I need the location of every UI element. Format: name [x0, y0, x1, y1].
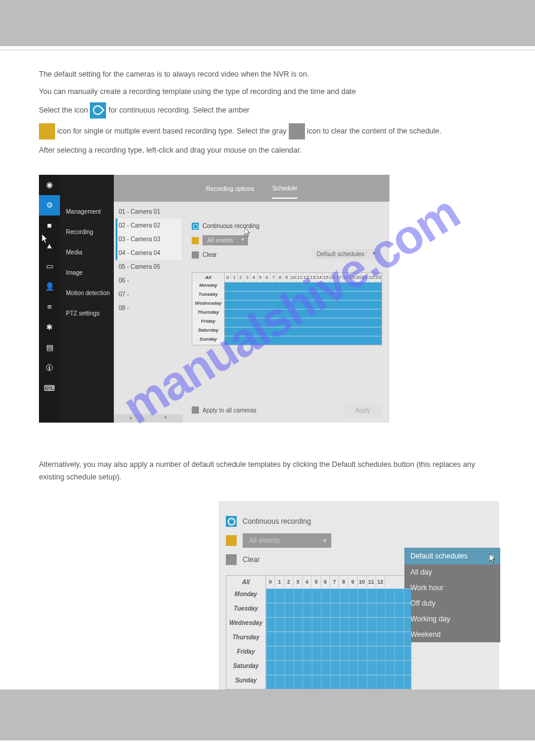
- menu-item-allday[interactable]: All day: [404, 564, 500, 580]
- storage-icon[interactable]: ≡: [39, 297, 60, 317]
- hour-12: 12: [303, 273, 310, 282]
- dropdown-menu: All day Work hour Off duty Working day W…: [404, 564, 500, 642]
- continuous-icon: [192, 223, 199, 230]
- all-label: All: [226, 576, 266, 588]
- user-icon[interactable]: 👤: [39, 277, 60, 297]
- apply-button[interactable]: Apply: [343, 404, 382, 417]
- schedule-row-thursday[interactable]: Thursday: [226, 631, 411, 646]
- schedule-row-friday[interactable]: Friday: [192, 318, 382, 327]
- hour-5: 5: [312, 576, 321, 588]
- sidebar-item-recording[interactable]: Recording: [60, 222, 114, 242]
- legend-continuous-label: Continuous recording: [243, 517, 311, 526]
- legend-clear-label: Clear: [243, 555, 260, 564]
- events-dropdown[interactable]: All events: [202, 235, 248, 245]
- menu-item-workhour[interactable]: Work hour: [404, 580, 500, 596]
- schedule-row-tuesday[interactable]: Tuesday: [226, 603, 411, 617]
- pager-prev-icon[interactable]: ▴: [129, 414, 132, 423]
- apply-all-label: Apply to all cameras: [202, 407, 256, 414]
- amber-swatch-icon: [39, 123, 55, 139]
- tab-recording-options[interactable]: Recording options: [206, 186, 255, 198]
- schedule-row-friday[interactable]: Friday: [226, 646, 411, 660]
- keyboard-icon[interactable]: ⌨: [39, 378, 60, 399]
- schedule-row-tuesday[interactable]: Tuesday: [192, 291, 382, 300]
- all-label: All: [192, 273, 225, 282]
- sidebar-item-ptz[interactable]: PTZ settings: [60, 303, 114, 324]
- schedule-row-saturday[interactable]: Saturday: [192, 327, 382, 336]
- camera-item-08[interactable]: 08 -: [116, 301, 182, 315]
- schedule-grid[interactable]: All 0 1 2 3 4 5 6 7 8 9 10 11 12 Monday …: [226, 575, 412, 690]
- dropdown-header-label: Default schedules: [410, 552, 467, 560]
- cursor-icon: [244, 227, 252, 237]
- hour-6: 6: [321, 576, 330, 588]
- camera-item-06[interactable]: 06 -: [116, 274, 182, 287]
- schedule-row-monday[interactable]: Monday: [192, 282, 382, 291]
- hour-21: 21: [362, 273, 368, 282]
- camera-icon[interactable]: ■: [39, 215, 60, 236]
- top-divider: [0, 46, 535, 50]
- sidebar-item-management[interactable]: Management: [60, 202, 114, 222]
- camera-item-01[interactable]: 01 - Camera 01: [116, 205, 182, 218]
- hour-1: 1: [231, 273, 238, 282]
- legend-continuous[interactable]: Continuous recording: [226, 512, 481, 531]
- sidebar-item-image[interactable]: Image: [60, 263, 114, 283]
- pager-next-icon[interactable]: ▾: [164, 414, 167, 423]
- icon-select-paragraph: Select the icon for continuous recording…: [39, 102, 496, 119]
- hour-10: 10: [358, 576, 367, 588]
- folder-icon[interactable]: ▤: [39, 338, 60, 358]
- camera-item-07[interactable]: 07 -: [116, 287, 182, 301]
- default-schedules-dropdown[interactable]: Default schedules: [312, 251, 380, 257]
- menu-item-workingday[interactable]: Working day: [404, 611, 500, 627]
- screenshot-default-schedules: Continuous recording All events Clear De…: [219, 501, 499, 690]
- legend-events[interactable]: All events: [192, 234, 382, 247]
- schedule-row-saturday[interactable]: Saturday: [226, 660, 411, 675]
- menu-item-weekend[interactable]: Weekend: [404, 627, 500, 642]
- camera-item-05[interactable]: 05 - Camera 05: [116, 260, 182, 274]
- hour-23: 23: [375, 273, 382, 282]
- hour-15: 15: [323, 273, 330, 282]
- schedule-row-wednesday[interactable]: Wednesday: [226, 617, 411, 631]
- schedule-row-sunday[interactable]: Sunday: [226, 675, 411, 689]
- screenshot-recording-schedule: ◉ ⚙ ■ ▲ ▭ 👤 ≡ ✱ ▤ 🛈 ⌨ Management Recordi…: [39, 175, 389, 423]
- camera-item-02[interactable]: 02 - Camera 02: [116, 218, 182, 232]
- info-icon[interactable]: 🛈: [39, 358, 60, 378]
- schedule-grid-header: All 0 1 2 3 4 5 6 7 8 9 10 11 12: [226, 576, 411, 588]
- schedule-row-monday[interactable]: Monday: [226, 588, 411, 603]
- sidebar-item-motion[interactable]: Motion detection: [60, 283, 114, 303]
- legend-continuous[interactable]: Continuous recording: [192, 220, 382, 233]
- schedule-grid[interactable]: All 0 1 2 3 4 5 6 7 8 9 10 11 12 13 14 1: [192, 272, 382, 345]
- tab-header: Recording options Schedule: [114, 175, 389, 202]
- camera-group-icon[interactable]: ◉: [39, 175, 60, 195]
- camera-item-03[interactable]: 03 - Camera 03: [116, 232, 182, 246]
- camera-item-04[interactable]: 04 - Camera 04: [116, 246, 182, 260]
- select-gray: Select the gray: [237, 127, 289, 135]
- clear-icon: [226, 554, 237, 565]
- default-schedules-dropdown-open[interactable]: Default schedules ▴ All day Work hour Of…: [404, 548, 500, 642]
- network-icon[interactable]: ✱: [39, 317, 60, 338]
- cursor-icon: [42, 234, 49, 244]
- hour-14: 14: [316, 273, 323, 282]
- menu-item-offduty[interactable]: Off duty: [404, 596, 500, 611]
- hour-10: 10: [290, 273, 297, 282]
- bottom-gray-bar: [0, 690, 535, 740]
- cursor-icon: [489, 554, 497, 563]
- hour-11: 11: [367, 576, 376, 588]
- schedule-row-thursday[interactable]: Thursday: [192, 309, 382, 318]
- display-icon[interactable]: ▭: [39, 256, 60, 277]
- hour-12: 12: [376, 576, 385, 588]
- hour-2: 2: [238, 273, 244, 282]
- intro-paragraph: The default setting for the cameras is t…: [39, 68, 496, 81]
- dropdown-header[interactable]: Default schedules ▴: [404, 548, 500, 564]
- schedule-row-sunday[interactable]: Sunday: [192, 336, 382, 345]
- body-text-block: The default setting for the cameras is t…: [39, 68, 496, 157]
- events-dropdown[interactable]: All events: [243, 533, 331, 548]
- gear-icon[interactable]: ⚙: [39, 195, 60, 215]
- sidebar-item-media[interactable]: Media: [60, 242, 114, 263]
- legend-clear-label: Clear: [202, 251, 217, 258]
- schedule-row-wednesday[interactable]: Wednesday: [192, 300, 382, 309]
- apply-all-checkbox[interactable]: Apply to all cameras: [192, 406, 256, 414]
- default-schedules-paragraph: Alternatively, you may also apply a numb…: [39, 459, 496, 483]
- camera-pager: ▴ ▾: [114, 414, 183, 423]
- settings-sidebar: Management Recording Media Image Motion …: [60, 175, 114, 423]
- hour-0: 0: [266, 576, 275, 588]
- tab-schedule[interactable]: Schedule: [272, 185, 297, 199]
